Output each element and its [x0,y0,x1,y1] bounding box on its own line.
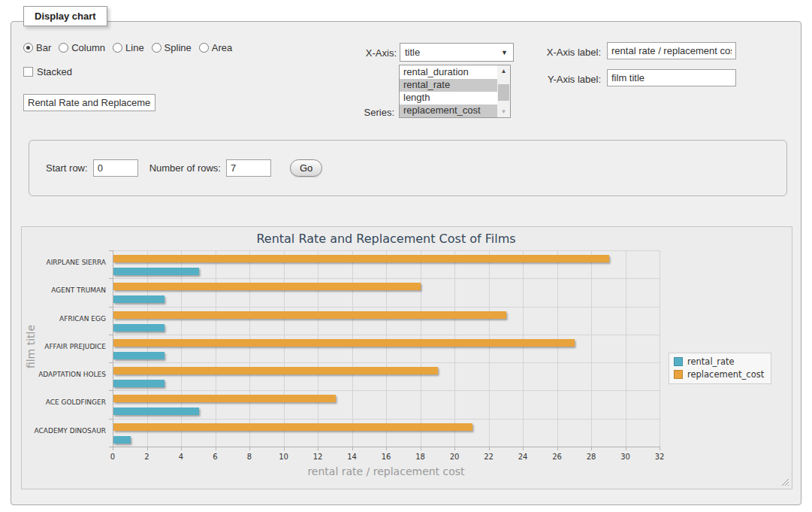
bar-rental_rate [113,324,165,332]
stacked-label: Stacked [37,66,72,77]
num-rows-input[interactable] [226,159,271,177]
bar-replacement_cost [113,395,336,402]
chart-type-label: Column [71,42,105,53]
gridline [352,250,353,447]
bar-replacement_cost [113,339,575,347]
chart-type-radio-group: BarColumnLineSplineArea [23,42,232,53]
x-axis-select[interactable]: title ▼ [400,43,514,62]
x-tick-label: 30 [614,453,637,461]
legend-swatch-icon [674,370,683,379]
x-tick-label: 6 [204,453,227,461]
chart-type-label: Area [212,42,232,53]
series-options: rental_durationrental_ratelengthreplacem… [400,65,497,117]
gridline [113,362,660,363]
gridline [113,307,660,308]
chart-legend: rental_ratereplacement_cost [669,353,771,384]
legend-label: rental_rate [687,356,735,367]
chart-type-label: Spline [165,42,192,53]
x-tick-label: 28 [580,453,602,461]
x-tick-label: 20 [443,453,466,461]
series-listbox[interactable]: rental_durationrental_ratelengthreplacem… [399,65,511,118]
row-controls-panel: Start row: Number of rows: Go [29,140,787,196]
go-button[interactable]: Go [290,159,322,177]
gridline [626,250,626,447]
bar-rental_rate [113,268,199,275]
series-label: Series: [349,107,394,118]
bar-rental_rate [113,352,165,359]
x-axis-label-field-label: X-Axis label: [539,47,601,58]
radio-icon [199,43,209,53]
stacked-checkbox[interactable] [23,67,33,77]
resize-handle-icon[interactable] [781,478,789,486]
x-tick-label: 22 [478,453,500,461]
start-row-input[interactable] [93,159,138,177]
start-row-label: Start row: [46,162,88,174]
x-tick-label: 16 [375,453,397,461]
chart-type-bar[interactable]: Bar [23,42,51,53]
gridline [113,278,660,279]
legend-item-replacement_cost[interactable]: replacement_cost [674,369,764,380]
legend-label: replacement_cost [687,369,764,380]
scrollbar-thumb[interactable] [498,84,509,101]
x-axis-field-label: X-Axis: [353,47,397,59]
radio-icon [59,43,68,53]
series-scrollbar[interactable]: ▲ ▼ [497,65,510,117]
x-axis-label-input[interactable] [607,42,736,59]
gridline [318,250,318,447]
x-tick-label: 4 [170,453,192,461]
x-tick-label: 18 [409,453,432,461]
legend-swatch-icon [674,357,683,366]
y-axis-title: film title [25,309,38,384]
gridline [557,250,558,447]
x-tick-label: 14 [341,453,364,461]
y-axis-label-input[interactable] [607,69,736,86]
dropdown-arrow-icon: ▼ [501,49,513,56]
chart-panel: Rental Rate and Replacement Cost of Film… [21,226,792,489]
series-option-length[interactable]: length [400,92,497,105]
x-tick-label: 0 [101,453,124,461]
gridline [284,250,285,447]
gridline [147,250,148,447]
stacked-checkbox-row[interactable]: Stacked [23,66,72,77]
x-tick-label: 10 [273,453,295,461]
chart-type-area[interactable]: Area [199,42,232,53]
category-label: ACE GOLDFINGER [22,398,106,407]
gridline [113,335,660,335]
bar-replacement_cost [113,311,506,319]
scroll-down-icon[interactable]: ▼ [497,106,510,117]
x-axis-title: rental rate / replacement cost [113,465,660,477]
gridline [113,390,660,391]
gridline [216,250,216,447]
gridline [591,250,592,447]
legend-item-rental_rate[interactable]: rental_rate [674,356,764,367]
chart-type-column[interactable]: Column [59,42,105,53]
gridline [660,250,660,447]
gridline [523,250,524,447]
y-axis-line [113,250,113,447]
tick-mark [660,447,660,450]
radio-icon [152,43,161,53]
x-tick-label: 2 [136,453,158,461]
category-label: AIRPLANE SIERRA [22,258,106,267]
bar-replacement_cost [113,367,438,374]
scrollbar-track[interactable] [497,77,510,106]
series-option-rental_duration[interactable]: rental_duration [400,66,497,79]
x-axis-line [113,447,660,447]
radio-dot-icon [26,46,30,50]
series-option-rental_rate[interactable]: rental_rate [400,79,497,92]
scroll-up-icon[interactable]: ▲ [497,65,510,77]
gridline [181,250,182,447]
x-tick-label: 12 [306,453,329,461]
chart-type-line[interactable]: Line [113,42,144,53]
category-label: ACADEMY DINOSAUR [22,426,106,435]
x-tick-label: 26 [546,453,569,461]
gridline [386,250,387,447]
series-option-replacement_cost[interactable]: replacement_cost [400,105,497,117]
chart-title-input[interactable] [23,94,155,111]
num-rows-label: Number of rows: [149,162,221,174]
gridline [489,250,490,447]
gridline [113,419,660,420]
bar-replacement_cost [113,283,421,290]
x-tick-label: 24 [512,453,534,461]
chart-type-spline[interactable]: Spline [152,42,192,53]
